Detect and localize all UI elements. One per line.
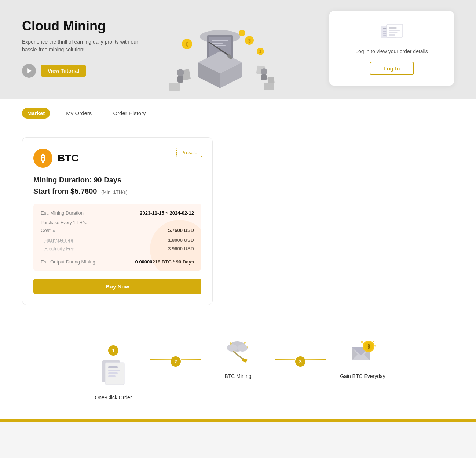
svg-text:₿: ₿	[248, 38, 251, 43]
est-duration-label: Est. Mining Duration	[41, 210, 84, 216]
step-2: BTC Mining	[201, 334, 275, 379]
detail-row-duration: Est. Mining Duration 2023-11-15 ~ 2024-0…	[41, 210, 194, 216]
product-grid: ₿ BTC Presale Mining Duration: 90 Days S…	[22, 126, 454, 305]
svg-rect-45	[108, 370, 120, 371]
svg-point-55	[247, 346, 248, 348]
step-connector-1	[150, 359, 171, 360]
order-icon	[380, 24, 403, 43]
steps-section: 1 One-Click Order 2	[0, 320, 476, 419]
svg-rect-27	[261, 74, 267, 80]
step-2-icon-wrap	[221, 334, 255, 367]
est-output-value: 0.00000218 BTC * 90 Days	[135, 259, 194, 265]
section-divider	[41, 255, 194, 255]
step-connector-1b	[181, 359, 201, 360]
svg-text:₿: ₿	[186, 41, 188, 47]
electricity-fee-label: Electricity Fee	[44, 246, 74, 251]
presale-badge: Presale	[176, 148, 202, 157]
hero-title: Cloud Mining	[22, 18, 139, 34]
svg-point-50	[237, 344, 248, 352]
tabs-bar: Market My Orders Order History	[22, 99, 454, 126]
hero-actions: View Tutorial	[22, 64, 139, 78]
step-1-label: One-Click Order	[95, 395, 132, 400]
step-2-number: 2	[171, 356, 181, 367]
est-output-label: Est. Output During Mining	[41, 259, 95, 265]
start-from: Start from $5.7600 (Min. 1TH/s)	[33, 187, 201, 196]
svg-rect-36	[389, 32, 398, 33]
step-connector-2	[275, 359, 295, 360]
svg-text:₿: ₿	[367, 344, 370, 349]
svg-rect-44	[108, 366, 118, 368]
svg-point-26	[261, 68, 267, 75]
hero-illustration: ₿ ₿ ₿	[150, 15, 290, 99]
view-tutorial-button[interactable]: View Tutorial	[41, 65, 86, 77]
svg-rect-37	[389, 34, 395, 36]
svg-rect-46	[108, 372, 118, 374]
login-card-text: Log in to view your order details	[344, 48, 439, 54]
step-2-label: BTC Mining	[224, 373, 251, 379]
btc-mining-icon	[223, 336, 253, 366]
svg-point-18	[239, 30, 245, 36]
svg-point-49	[227, 344, 237, 352]
step-3-label: Gain BTC Everyday	[340, 373, 385, 379]
step-1-number: 1	[108, 345, 118, 356]
svg-point-54	[244, 342, 246, 344]
step-3-icon-wrap: ₿	[346, 334, 379, 367]
svg-rect-22	[169, 83, 180, 91]
est-duration-value: 2023-11-15 ~ 2024-02-12	[140, 210, 194, 216]
step-1: 1 One-Click Order	[77, 334, 150, 400]
bottom-bar	[0, 419, 476, 422]
buy-now-button[interactable]: Buy Now	[33, 279, 201, 294]
mining-duration: Mining Duration: 90 Days	[33, 176, 201, 184]
step-3-number: 3	[295, 356, 305, 367]
cost-label: Cost ▲	[41, 228, 56, 233]
gain-btc-icon: ₿	[348, 336, 377, 366]
mining-illustration: ₿ ₿ ₿	[150, 15, 290, 99]
svg-marker-0	[27, 68, 32, 73]
svg-point-64	[373, 341, 374, 342]
svg-point-24	[177, 69, 184, 76]
detail-row-electricity: Electricity Fee 3.9600 USD	[41, 246, 194, 251]
cost-arrow-icon: ▲	[52, 228, 56, 232]
tab-market[interactable]: Market	[22, 108, 50, 119]
play-button[interactable]	[22, 64, 36, 78]
hero-section: Cloud Mining Experience the thrill of ea…	[0, 0, 476, 99]
svg-rect-25	[177, 76, 183, 83]
detail-row-hashrate: Hashrate Fee 1.8000 USD	[41, 237, 194, 243]
purchase-label: Purchase Every 1 TH/s:	[41, 220, 194, 225]
svg-point-63	[361, 341, 363, 343]
btc-icon: ₿	[33, 149, 52, 168]
svg-point-53	[230, 342, 232, 345]
hashrate-fee-label: Hashrate Fee	[44, 237, 73, 243]
electricity-fee-value: 3.9600 USD	[168, 246, 194, 251]
btc-product-card: ₿ BTC Presale Mining Duration: 90 Days S…	[22, 137, 213, 305]
detail-row-output: Est. Output During Mining 0.00000218 BTC…	[41, 259, 194, 265]
svg-rect-4	[212, 40, 228, 41]
svg-point-65	[374, 345, 376, 347]
svg-rect-35	[389, 30, 400, 31]
svg-rect-5	[212, 43, 223, 44]
cost-value: 5.7600 USD	[168, 228, 194, 233]
step-connector-2b	[305, 359, 326, 360]
hero-subtitle: Experience the thrill of earning daily p…	[22, 38, 139, 54]
hero-left: Cloud Mining Experience the thrill of ea…	[22, 15, 139, 78]
step-3: ₿ Gain BTC Everyday	[326, 334, 399, 379]
play-icon	[27, 68, 32, 73]
hashrate-fee-value: 1.8000 USD	[168, 237, 194, 243]
tab-my-orders[interactable]: My Orders	[61, 108, 97, 119]
details-section: Est. Mining Duration 2023-11-15 ~ 2024-0…	[33, 204, 201, 271]
svg-text:₿: ₿	[259, 50, 261, 54]
detail-row-cost: Cost ▲ 5.7600 USD	[41, 228, 194, 233]
main-content: Market My Orders Order History ₿ BTC Pre…	[0, 99, 476, 320]
svg-rect-34	[389, 27, 397, 29]
step-1-icon-wrap	[97, 356, 130, 389]
login-card: Log in to view your order details Log In	[329, 11, 454, 86]
svg-rect-23	[264, 83, 274, 90]
svg-rect-47	[108, 375, 116, 377]
login-button[interactable]: Log In	[370, 62, 414, 75]
one-click-order-icon	[99, 357, 128, 387]
right-panel	[220, 137, 454, 305]
coin-name: BTC	[58, 152, 79, 164]
tab-order-history[interactable]: Order History	[108, 108, 151, 119]
